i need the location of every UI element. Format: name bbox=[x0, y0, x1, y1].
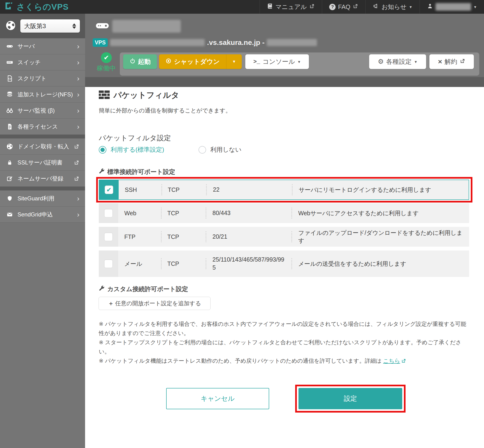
region-select-value: 大阪第3 bbox=[24, 22, 46, 30]
start-button[interactable]: 起動 bbox=[123, 54, 157, 69]
filter-setting-heading: パケットフィルタ設定 bbox=[99, 133, 171, 143]
port-row-ftp[interactable]: FTP TCP 20/21 ファイルのアップロード/ダウンロードをするために利用… bbox=[99, 227, 469, 247]
radio-option-enable[interactable]: 利用する(標準設定) bbox=[99, 145, 164, 154]
gear-icon: ⚙ bbox=[378, 58, 384, 65]
caret-down-icon: ▼ bbox=[232, 60, 236, 64]
nav-faq-label: FAQ bbox=[338, 3, 350, 11]
port-name: FTP bbox=[118, 227, 161, 247]
document-icon bbox=[6, 123, 14, 130]
caret-down-icon: ▼ bbox=[473, 5, 477, 9]
power-icon bbox=[129, 58, 136, 66]
checkbox-checked[interactable]: ✔ bbox=[105, 185, 113, 194]
nav-news[interactable]: お知らせ ▼ bbox=[365, 0, 419, 14]
console-button[interactable]: >_ コンソール ▼ bbox=[245, 54, 309, 69]
submit-button[interactable]: 設定 bbox=[298, 388, 402, 409]
main-content: パケットフィルタ 簡単に外部からの通信を制御することができます。 パケットフィル… bbox=[85, 87, 484, 448]
external-link-icon bbox=[309, 3, 315, 11]
firewall-brick-icon bbox=[99, 90, 110, 100]
checkbox-unchecked[interactable] bbox=[104, 259, 113, 268]
sidebar-item-label: スクリプト bbox=[17, 75, 47, 82]
external-link-icon bbox=[353, 3, 358, 11]
chevron-right-icon: › bbox=[77, 107, 79, 114]
ip-address-redacted bbox=[267, 39, 317, 46]
sidebar-item-script[interactable]: スクリプト › bbox=[0, 70, 85, 87]
port-description: Webサーバにアクセスするために利用します bbox=[292, 203, 469, 223]
plus-icon: ＋ bbox=[108, 300, 114, 307]
checkbox-unchecked[interactable] bbox=[104, 209, 113, 217]
envelope-icon bbox=[6, 211, 14, 218]
port-row-web[interactable]: Web TCP 80/443 Webサーバにアクセスするために利用します bbox=[99, 203, 469, 223]
port-row-mail[interactable]: メール TCP 25/110/143/465/587/993/995 メールの送… bbox=[99, 250, 469, 277]
page: さくらのVPS マニュアル ? FAQ bbox=[0, 0, 484, 448]
nav-faq[interactable]: ? FAQ bbox=[322, 0, 365, 14]
server-header: VPS .vs.sakura.ne.jp - ✔ 稼働中 起動 シャットダウン bbox=[85, 14, 484, 87]
cancel-button[interactable]: キャンセル bbox=[166, 388, 269, 409]
port-description: メールの送受信をするために利用します bbox=[292, 250, 469, 277]
radio-option-label: 利用する(標準設定) bbox=[111, 145, 164, 154]
chevron-right-icon: › bbox=[77, 91, 79, 98]
account-menu[interactable]: ▼ bbox=[419, 0, 484, 14]
radio-selected-icon bbox=[99, 146, 106, 154]
settings-button[interactable]: ⚙ 各種設定 ▼ bbox=[369, 54, 426, 69]
details-link[interactable]: こちら bbox=[383, 358, 400, 364]
shutdown-dropdown-button[interactable]: ▼ bbox=[226, 54, 242, 69]
wrench-icon bbox=[98, 168, 105, 176]
sidebar-item-nameserver[interactable]: ネームサーバ登録 bbox=[0, 171, 85, 187]
nav-manual[interactable]: マニュアル bbox=[259, 0, 322, 14]
note-line: ※ パケットフィルタを利用する場合で、お客様のホスト内でファイアウォールの設定を… bbox=[99, 320, 469, 338]
add-custom-port-button[interactable]: ＋ 任意の開放ポート設定を追加する bbox=[98, 297, 210, 310]
sidebar-item-monitoring[interactable]: サーバ監視 (β) › bbox=[0, 103, 85, 119]
region-select[interactable]: 大阪第3 bbox=[20, 19, 80, 33]
shield-icon bbox=[6, 195, 14, 201]
sidebar-item-domain[interactable]: ドメイン取得・転入 bbox=[0, 138, 85, 154]
brand-text: さくらのVPS bbox=[16, 1, 69, 13]
nav-manual-label: マニュアル bbox=[275, 3, 307, 11]
sidebar-item-ssl[interactable]: SSLサーバ証明書 bbox=[0, 154, 85, 171]
checkbox-unchecked[interactable] bbox=[104, 232, 113, 241]
server-status: ✔ 稼働中 bbox=[93, 52, 119, 72]
start-button-label: 起動 bbox=[138, 57, 151, 66]
note-line-text: ※ パケットフィルタ機能はステートレス動作のため、予め戻りパケットのための通信を… bbox=[99, 358, 381, 364]
region-row: 大阪第3 bbox=[0, 14, 85, 38]
hostname-prefix-redacted bbox=[110, 39, 205, 46]
sidebar-item-siteguard[interactable]: SiteGuard利用 › bbox=[0, 191, 85, 207]
shutdown-button-group: シャットダウン ▼ bbox=[159, 54, 242, 69]
caret-down-icon: ▼ bbox=[297, 60, 301, 64]
sidebar-item-label: スイッチ bbox=[17, 59, 41, 66]
shutdown-button[interactable]: シャットダウン bbox=[159, 54, 226, 69]
sidebar-item-label: SendGrid申込 bbox=[17, 211, 53, 218]
port-protocol: TCP bbox=[162, 227, 206, 247]
sidebar-item-sendgrid[interactable]: SendGrid申込 › bbox=[0, 207, 85, 223]
custom-ports-heading: カスタム接続許可ポート設定 bbox=[107, 285, 188, 293]
sidebar-item-server[interactable]: サーバ › bbox=[0, 38, 85, 54]
checkbox-cell bbox=[99, 203, 118, 223]
checkbox-cell bbox=[99, 227, 118, 247]
port-name: Web bbox=[118, 203, 161, 223]
settings-button-label: 各種設定 bbox=[386, 57, 412, 66]
custom-ports-heading-row: カスタム接続許可ポート設定 bbox=[98, 285, 188, 293]
sidebar-item-switch[interactable]: スイッチ › bbox=[0, 54, 85, 70]
sidebar-item-licenses[interactable]: 各種ライセンス › bbox=[0, 119, 85, 135]
port-protocol: TCP bbox=[162, 203, 206, 223]
globe-icon bbox=[5, 20, 16, 32]
external-link-icon bbox=[74, 160, 79, 165]
radio-option-disable[interactable]: 利用しない bbox=[199, 145, 242, 154]
nav-news-label: お知らせ bbox=[381, 3, 406, 11]
sidebar-item-label: 各種ライセンス bbox=[17, 123, 58, 130]
sidebar-divider bbox=[0, 135, 85, 138]
brand-logo[interactable]: さくらのVPS bbox=[0, 1, 69, 13]
top-nav: マニュアル ? FAQ お知らせ ▼ bbox=[259, 0, 484, 14]
server-large-icon bbox=[96, 22, 109, 31]
standard-ports-heading: 標準接続許可ポート設定 bbox=[107, 168, 175, 176]
sidebar-item-label: SSLサーバ証明書 bbox=[17, 159, 63, 166]
terminate-button[interactable]: × 解約 bbox=[429, 54, 474, 69]
port-row-ssh[interactable]: ✔ SSH TCP 22 サーバにリモートログインするために利用します bbox=[99, 180, 469, 200]
user-icon bbox=[427, 3, 433, 11]
status-check-icon: ✔ bbox=[101, 52, 112, 63]
port-numbers: 20/21 bbox=[206, 227, 291, 247]
sidebar-item-storage[interactable]: 追加ストレージ(NFS) › bbox=[0, 87, 85, 103]
sidebar-item-label: サーバ bbox=[17, 42, 35, 50]
edit-square-icon bbox=[6, 175, 14, 182]
shutdown-button-label: シャットダウン bbox=[174, 57, 219, 66]
hostname-suffix: .vs.sakura.ne.jp - bbox=[207, 39, 265, 47]
